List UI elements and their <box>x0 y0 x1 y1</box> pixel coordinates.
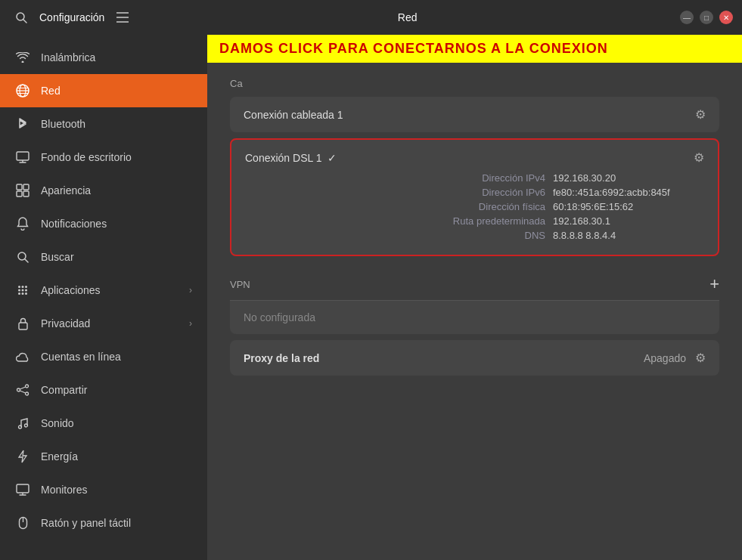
svg-line-18 <box>25 259 28 262</box>
sidebar: Inalámbrica Red Bluetooth <box>0 35 207 560</box>
sidebar-label-notificaciones: Notificaciones <box>41 218 107 230</box>
svg-line-1 <box>23 20 26 23</box>
dsl-ipv6-row: Dirección IPv6 fe80::451a:6992:acbb:845f <box>253 187 704 198</box>
monitor-icon <box>15 150 30 165</box>
sidebar-label-monitores: Monitores <box>41 484 87 496</box>
proxy-gear-icon[interactable]: ⚙ <box>695 351 706 365</box>
proxy-label: Proxy de la red <box>244 352 644 364</box>
svg-point-23 <box>22 289 24 292</box>
svg-point-24 <box>25 289 27 292</box>
dns-value: 8.8.8.8 8.8.4.4 <box>553 230 704 241</box>
menu-button[interactable] <box>110 5 135 29</box>
sidebar-item-compartir[interactable]: Compartir <box>0 373 207 407</box>
svg-point-20 <box>22 286 24 288</box>
sidebar-label-aplicaciones: Aplicaciones <box>41 284 101 296</box>
sidebar-item-privacidad[interactable]: Privacidad › <box>0 307 207 340</box>
dsl-details: Dirección IPv4 192.168.30.20 Dirección I… <box>245 172 704 241</box>
sidebar-label-inalambrica: Inalámbrica <box>41 51 95 63</box>
svg-point-22 <box>18 289 20 292</box>
vpn-section: VPN + No configurada <box>230 268 719 334</box>
dsl-mac-row: Dirección física 60:18:95:6E:15:62 <box>253 201 704 212</box>
svg-point-35 <box>25 424 28 427</box>
svg-point-25 <box>18 292 20 295</box>
app-title: Configuración <box>39 11 104 23</box>
sidebar-label-raton: Ratón y panel táctil <box>41 517 131 529</box>
svg-point-29 <box>26 385 29 388</box>
sidebar-item-monitores[interactable]: Monitores <box>0 473 207 506</box>
sidebar-item-inalambrica[interactable]: Inalámbrica <box>0 41 207 74</box>
lock-icon <box>15 316 30 331</box>
sidebar-item-raton[interactable]: Ratón y panel táctil <box>0 506 207 540</box>
grid-icon <box>15 283 30 298</box>
dsl-header: Conexión DSL 1 ✓ ⚙ <box>245 150 704 165</box>
titlebar: Configuración Red — □ ✕ <box>0 0 742 35</box>
sidebar-item-bluetooth[interactable]: Bluetooth <box>0 107 207 141</box>
sidebar-label-sonido: Sonido <box>41 417 74 429</box>
svg-point-27 <box>25 292 27 295</box>
sidebar-label-fondo: Fondo de escritorio <box>41 151 132 163</box>
svg-rect-13 <box>17 184 22 190</box>
svg-point-19 <box>18 286 20 288</box>
route-value: 192.168.30.1 <box>553 215 704 227</box>
share-icon <box>15 382 30 398</box>
dsl-check-icon: ✓ <box>328 152 337 164</box>
sidebar-item-fondo[interactable]: Fondo de escritorio <box>0 141 207 174</box>
sidebar-item-apariencia[interactable]: Apariencia <box>0 174 207 207</box>
window-controls: — □ ✕ <box>680 11 733 24</box>
sidebar-label-compartir: Compartir <box>41 384 87 396</box>
svg-rect-16 <box>23 191 29 196</box>
wifi-icon <box>15 50 30 65</box>
bluetooth-icon <box>15 116 30 131</box>
svg-point-34 <box>19 425 22 429</box>
section-label: Ca <box>230 63 719 97</box>
svg-point-31 <box>26 392 29 395</box>
music-icon <box>15 416 30 431</box>
dsl-connection-card[interactable]: Conexión DSL 1 ✓ ⚙ Dirección IPv4 192.16… <box>230 138 719 256</box>
dsl-title: Conexión DSL 1 <box>245 152 321 164</box>
sidebar-label-energia: Energía <box>41 450 78 463</box>
sidebar-label-red: Red <box>41 85 61 97</box>
svg-rect-28 <box>19 323 27 330</box>
dsl-gear-icon[interactable]: ⚙ <box>694 150 704 165</box>
vpn-label: VPN <box>230 279 709 290</box>
sidebar-item-cuentas[interactable]: Cuentas en línea <box>0 340 207 373</box>
sidebar-item-buscar[interactable]: Buscar <box>0 240 207 274</box>
sidebar-item-aplicaciones[interactable]: Aplicaciones › <box>0 274 207 307</box>
sidebar-item-red[interactable]: Red <box>0 74 207 107</box>
svg-rect-15 <box>17 191 22 196</box>
dns-label: DNS <box>424 230 545 241</box>
vpn-add-button[interactable]: + <box>709 276 719 292</box>
mac-value: 60:18:95:6E:15:62 <box>553 201 704 212</box>
wired-connection-row[interactable]: Conexión cableada 1 ⚙ <box>230 97 719 132</box>
route-label: Ruta predeterminada <box>424 215 545 227</box>
search-button[interactable] <box>9 5 33 29</box>
sidebar-label-privacidad: Privacidad <box>41 317 90 330</box>
close-button[interactable]: ✕ <box>719 11 733 24</box>
proxy-row: Proxy de la red Apagado ⚙ <box>230 340 719 376</box>
sidebar-label-cuentas: Cuentas en línea <box>41 351 121 363</box>
bell-icon <box>15 216 30 231</box>
sidebar-label-buscar: Buscar <box>41 251 74 263</box>
dsl-dns-row: DNS 8.8.8.8 8.8.4.4 <box>253 230 704 241</box>
mouse-icon <box>15 515 30 531</box>
wired-gear-icon[interactable]: ⚙ <box>695 107 706 122</box>
ipv4-label: Dirección IPv4 <box>424 172 545 184</box>
svg-rect-36 <box>17 484 29 493</box>
svg-line-32 <box>20 387 25 389</box>
appearance-icon <box>15 183 30 198</box>
svg-line-33 <box>20 391 25 393</box>
sidebar-item-sonido[interactable]: Sonido <box>0 407 207 440</box>
sidebar-item-energia[interactable]: Energía <box>0 440 207 473</box>
svg-rect-14 <box>23 184 29 190</box>
content-area: DAMOS CLICK PARA CONECTARNOS A LA CONEXI… <box>207 35 742 560</box>
minimize-button[interactable]: — <box>680 11 694 24</box>
vpn-no-config: No configurada <box>230 301 719 334</box>
maximize-button[interactable]: □ <box>700 11 713 24</box>
sidebar-label-bluetooth: Bluetooth <box>41 118 85 130</box>
sidebar-item-notificaciones[interactable]: Notificaciones <box>0 207 207 240</box>
cloud-icon <box>15 349 30 364</box>
dsl-route-row: Ruta predeterminada 192.168.30.1 <box>253 215 704 227</box>
sidebar-label-apariencia: Apariencia <box>41 184 91 196</box>
ipv6-value: fe80::451a:6992:acbb:845f <box>553 187 704 198</box>
aplicaciones-arrow-icon: › <box>189 285 192 295</box>
